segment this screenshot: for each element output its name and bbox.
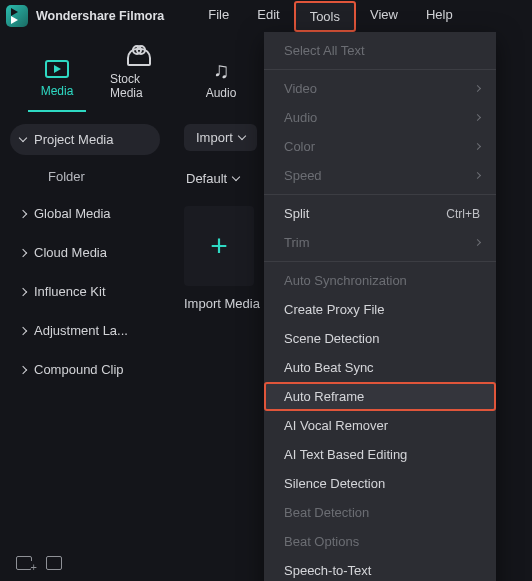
chevron-right-icon (19, 365, 27, 373)
menu-item-label: Beat Detection (284, 505, 369, 520)
menu-item-label: AI Vocal Remover (284, 418, 388, 433)
menu-item-shortcut: Ctrl+B (446, 207, 480, 221)
menu-item-label: Auto Synchronization (284, 273, 407, 288)
sidebar: Project MediaFolderGlobal MediaCloud Med… (0, 112, 170, 385)
menu-item-label: Create Proxy File (284, 302, 384, 317)
chevron-right-icon (474, 172, 481, 179)
sidebar-item-adjustment-la-[interactable]: Adjustment La... (10, 315, 160, 346)
sidebar-item-label: Global Media (34, 206, 111, 221)
menu-item-view[interactable]: View (356, 1, 412, 32)
tab-label: Stock Media (110, 72, 168, 100)
menu-item-auto-beat-sync[interactable]: Auto Beat Sync (264, 353, 496, 382)
chevron-down-icon (19, 134, 27, 142)
sidebar-item-compound-clip[interactable]: Compound Clip (10, 354, 160, 385)
tab-stock-media[interactable]: Stock Media (110, 46, 168, 112)
sort-button[interactable]: Default (184, 165, 251, 192)
menu-item-select-all-text: Select All Text (264, 36, 496, 65)
menu-item-speech-to-text[interactable]: Speech-to-Text (264, 556, 496, 581)
menu-item-split[interactable]: SplitCtrl+B (264, 199, 496, 228)
menu-item-speed: Speed (264, 161, 496, 190)
sidebar-item-label: Project Media (34, 132, 113, 147)
menu-item-label: Auto Reframe (284, 389, 364, 404)
folder-icon[interactable] (46, 556, 62, 570)
menu-item-label: Silence Detection (284, 476, 385, 491)
titlebar: Wondershare Filmora FileEditToolsViewHel… (0, 0, 532, 32)
menu-item-label: Select All Text (284, 43, 365, 58)
chevron-right-icon (474, 143, 481, 150)
chevron-right-icon (19, 326, 27, 334)
new-folder-icon[interactable] (16, 556, 32, 570)
menu-item-label: Scene Detection (284, 331, 379, 346)
menu-item-scene-detection[interactable]: Scene Detection (264, 324, 496, 353)
sidebar-bottom-bar (0, 545, 170, 581)
chevron-right-icon (474, 85, 481, 92)
sidebar-item-influence-kit[interactable]: Influence Kit (10, 276, 160, 307)
menu-item-label: Split (284, 206, 309, 221)
menu-item-label: AI Text Based Editing (284, 447, 407, 462)
tab-audio[interactable]: ♫Audio (192, 60, 250, 112)
chevron-down-icon (232, 173, 240, 181)
sidebar-item-label: Compound Clip (34, 362, 124, 377)
chevron-right-icon (474, 239, 481, 246)
audio-icon: ♫ (208, 60, 234, 82)
chevron-right-icon (474, 114, 481, 121)
plus-icon: + (210, 229, 228, 263)
tab-label: Audio (206, 86, 237, 100)
tools-dropdown: Select All TextVideoAudioColorSpeedSplit… (264, 32, 496, 581)
menu-item-label: Trim (284, 235, 310, 250)
menu-item-help[interactable]: Help (412, 1, 467, 32)
menu-item-color: Color (264, 132, 496, 161)
sidebar-item-label: Influence Kit (34, 284, 106, 299)
import-button-label: Import (196, 130, 233, 145)
menu-item-label: Audio (284, 110, 317, 125)
menu-item-label: Auto Beat Sync (284, 360, 374, 375)
menu-item-audio: Audio (264, 103, 496, 132)
menu-item-silence-detection[interactable]: Silence Detection (264, 469, 496, 498)
chevron-right-icon (19, 209, 27, 217)
sidebar-item-project-media[interactable]: Project Media (10, 124, 160, 155)
chevron-down-icon (238, 132, 246, 140)
menu-item-label: Speech-to-Text (284, 563, 371, 578)
menu-item-edit[interactable]: Edit (243, 1, 293, 32)
menu-separator (264, 69, 496, 70)
menu-separator (264, 194, 496, 195)
sidebar-item-cloud-media[interactable]: Cloud Media (10, 237, 160, 268)
media-icon (44, 58, 70, 80)
menu-item-label: Video (284, 81, 317, 96)
menubar: FileEditToolsViewHelp (194, 1, 466, 32)
import-button[interactable]: Import (184, 124, 257, 151)
menu-item-tools[interactable]: Tools (294, 1, 356, 32)
tab-label: Media (41, 84, 74, 98)
menu-item-beat-detection: Beat Detection (264, 498, 496, 527)
menu-item-ai-vocal-remover[interactable]: AI Vocal Remover (264, 411, 496, 440)
menu-separator (264, 261, 496, 262)
sidebar-item-global-media[interactable]: Global Media (10, 198, 160, 229)
menu-item-file[interactable]: File (194, 1, 243, 32)
chevron-right-icon (19, 287, 27, 295)
stock-media-icon (126, 46, 152, 68)
app-title: Wondershare Filmora (36, 9, 164, 23)
menu-item-beat-options: Beat Options (264, 527, 496, 556)
tab-media[interactable]: Media (28, 58, 86, 112)
menu-item-label: Speed (284, 168, 322, 183)
sidebar-item-label: Adjustment La... (34, 323, 128, 338)
sidebar-item-label: Cloud Media (34, 245, 107, 260)
menu-item-auto-reframe[interactable]: Auto Reframe (264, 382, 496, 411)
sidebar-item-folder[interactable]: Folder (10, 163, 160, 190)
menu-item-auto-synchronization: Auto Synchronization (264, 266, 496, 295)
menu-item-video: Video (264, 74, 496, 103)
menu-item-trim: Trim (264, 228, 496, 257)
app-logo-icon (6, 5, 28, 27)
sort-button-label: Default (186, 171, 227, 186)
menu-item-create-proxy-file[interactable]: Create Proxy File (264, 295, 496, 324)
chevron-right-icon (19, 248, 27, 256)
menu-item-label: Color (284, 139, 315, 154)
menu-item-label: Beat Options (284, 534, 359, 549)
menu-item-ai-text-based-editing[interactable]: AI Text Based Editing (264, 440, 496, 469)
import-dropzone[interactable]: + (184, 206, 254, 286)
